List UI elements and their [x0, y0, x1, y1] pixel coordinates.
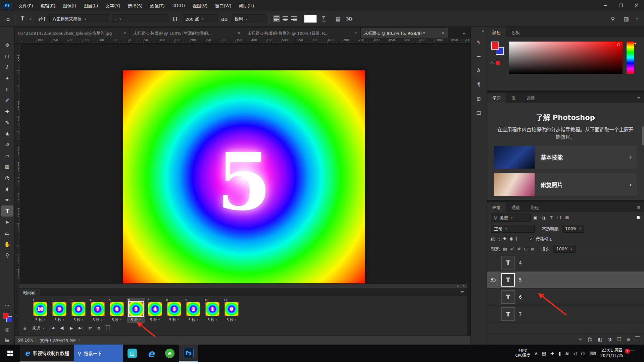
frame-thumbnail[interactable]: 10	[33, 302, 47, 316]
dodge-tool[interactable]: ◖	[1, 183, 13, 194]
blur-tool[interactable]: ◔	[1, 172, 13, 183]
duplicate-frame-icon[interactable]: ⧉	[97, 326, 100, 330]
frame-thumbnail[interactable]: 5	[129, 302, 143, 316]
frame-thumbnail[interactable]: 0	[225, 302, 239, 316]
action-center-icon[interactable]: 1	[628, 351, 635, 356]
tab-learn[interactable]: 学习	[487, 93, 506, 103]
tab-channels[interactable]: 通道	[506, 202, 525, 212]
font-family-select[interactable]: 方正粗黑宋简体 ∨	[49, 14, 109, 23]
visibility-toggle[interactable]	[487, 254, 498, 271]
edit-toolbar-icon[interactable]: ⋯	[5, 303, 10, 308]
workspace-icon[interactable]: ▥	[622, 14, 630, 24]
frame-3[interactable]: 3 8 5 秒∨	[69, 298, 88, 323]
document-tab-3[interactable]: 未标题-1-恢复的-恢复的 @ 100% (背景, R... ✕	[244, 28, 361, 38]
blend-mode-select[interactable]: 正常 ∨	[491, 225, 535, 233]
type-tool[interactable]: T	[1, 205, 13, 217]
document-tab-1[interactable]: 01421d814725e3cc667be8_tplv-obj-恢复的.jpg …	[15, 28, 130, 38]
text-color-swatch[interactable]	[304, 15, 317, 23]
frame-duration-select[interactable]: 5 秒∨	[93, 317, 103, 322]
character-panel-icon[interactable]: A	[471, 64, 487, 78]
unify-style-icon[interactable]: ƒ	[516, 236, 517, 241]
propagate-frame-checkbox[interactable]: ✓	[529, 237, 533, 241]
close-icon[interactable]: ✕	[442, 31, 444, 35]
close-icon[interactable]: ✕	[354, 31, 357, 35]
tab-paths[interactable]: 路径	[525, 202, 544, 212]
tray-security-icon[interactable]: ✚	[550, 351, 554, 356]
frame-duration-select[interactable]: 5 秒∨	[35, 317, 45, 322]
opacity-select[interactable]: 100% ∨	[562, 225, 584, 233]
home-icon[interactable]: ⌂	[4, 14, 12, 24]
healing-brush-tool[interactable]: ✚	[1, 106, 13, 117]
fill-select[interactable]: 100% ∨	[553, 245, 576, 253]
unify-position-icon[interactable]: ✥	[503, 236, 506, 241]
layer-name[interactable]: 5	[519, 277, 522, 283]
frame-thumbnail[interactable]: 1	[205, 302, 219, 316]
glyphs-panel-icon[interactable]: ⊞	[471, 92, 487, 106]
filter-type-layers-icon[interactable]: T	[550, 215, 553, 220]
frame-thumbnail[interactable]: 6	[110, 302, 124, 316]
filter-shape-layers-icon[interactable]: ❒	[557, 215, 561, 220]
play-button[interactable]: ▶	[70, 326, 73, 330]
layer-row-5-selected[interactable]: T 5	[487, 272, 644, 289]
close-icon[interactable]: ✕	[238, 31, 240, 35]
menu-view[interactable]: 视图(V)	[189, 0, 211, 11]
paragraph-panel-icon[interactable]: ¶	[471, 78, 487, 92]
layer-style-icon[interactable]: ƒx	[588, 337, 592, 342]
color-picker-marker[interactable]	[617, 43, 620, 46]
visibility-toggle[interactable]	[487, 306, 498, 322]
hue-slider[interactable]	[627, 42, 634, 74]
menu-image[interactable]: 图像(I)	[59, 0, 80, 11]
previous-frame-button[interactable]: ◀|	[60, 326, 64, 330]
menu-window[interactable]: 窗口(W)	[211, 0, 235, 11]
new-layer-icon[interactable]: ⊞	[627, 337, 631, 342]
lock-paint-icon[interactable]: ✐	[510, 246, 514, 251]
lock-all-icon[interactable]: ⊠	[531, 246, 534, 251]
taskbar-app-green-browser[interactable]: e	[160, 345, 179, 362]
tab-color[interactable]: 颜色	[487, 27, 506, 37]
3d-button[interactable]: 3D	[345, 14, 353, 24]
shape-tool[interactable]: ▭	[1, 228, 13, 239]
taskbar-app-toolbox[interactable]: ◫	[123, 345, 142, 362]
crop-tool[interactable]: ⌗	[1, 84, 13, 95]
gradient-tool[interactable]: ▦	[1, 161, 13, 172]
delete-layer-icon[interactable]	[636, 337, 639, 341]
layer-row-6[interactable]: T 6	[487, 289, 644, 306]
expand-panels-icon[interactable]: «	[479, 28, 487, 36]
align-center-icon[interactable]	[282, 15, 289, 22]
menu-layer[interactable]: 图层(L)	[80, 0, 102, 11]
menu-file[interactable]: 文件(F)	[15, 0, 37, 11]
menu-select[interactable]: 选择(S)	[124, 0, 146, 11]
zoom-level[interactable]: 90.16%	[15, 338, 36, 343]
quick-mask-icon[interactable]: ◎	[5, 327, 9, 332]
lock-position-icon[interactable]: ✥	[517, 246, 521, 251]
lock-artboard-icon[interactable]: ⊡	[524, 246, 528, 251]
tab-overflow-icon[interactable]: »	[462, 31, 470, 38]
ruler-origin-corner[interactable]	[15, 38, 20, 44]
screen-mode-icon[interactable]: ⬓	[5, 337, 9, 342]
canvas[interactable]: 5	[123, 70, 365, 284]
visibility-toggle[interactable]	[487, 289, 498, 305]
tab-adjustments[interactable]: 调整	[521, 93, 540, 103]
timeline-menu-icon[interactable]: ≡	[460, 290, 467, 296]
filter-toggle-icon[interactable]	[637, 216, 640, 219]
chevron-right-icon[interactable]: ›	[79, 338, 81, 343]
path-selection-tool[interactable]: ➤	[1, 217, 13, 228]
font-style-select[interactable]: - ∨	[112, 14, 168, 23]
delete-frame-icon[interactable]	[106, 326, 109, 330]
menu-3d[interactable]: 3D(D)	[168, 0, 189, 11]
filter-adjustment-layers-icon[interactable]: ◑	[542, 215, 545, 220]
toggle-panels-icon[interactable]: ▤	[334, 14, 342, 24]
menu-filter[interactable]: 滤镜(T)	[146, 0, 168, 11]
chevron-down-icon[interactable]: ∨	[30, 17, 32, 20]
minimize-icon[interactable]: ─	[598, 0, 613, 11]
timeline-tab[interactable]: 时间轴	[18, 289, 40, 296]
foreground-color-swatch[interactable]	[3, 313, 8, 318]
frame-duration-select[interactable]: 5 秒∨	[73, 317, 84, 322]
lasso-tool[interactable]: ℓ	[1, 62, 13, 73]
layer-row-4[interactable]: T 4	[487, 254, 644, 272]
hue-slider-marker[interactable]	[634, 42, 636, 45]
browser-window-button[interactable]: e 影视特效制作教程	[20, 345, 74, 362]
layer-name[interactable]: 7	[519, 311, 522, 317]
frame-7[interactable]: 7 4 5 秒∨	[146, 298, 164, 323]
start-button[interactable]	[0, 345, 20, 362]
